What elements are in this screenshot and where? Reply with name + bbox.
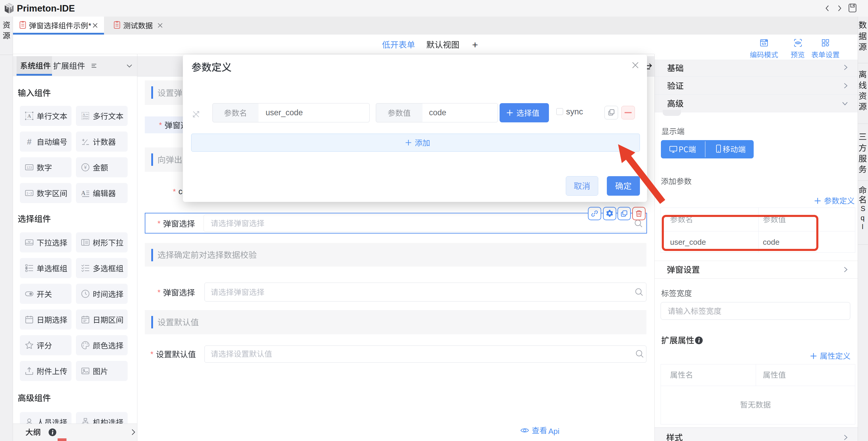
svg-text:1~3: 1~3 [27, 192, 32, 195]
svg-text:#: # [27, 137, 32, 146]
svg-text:¥: ¥ [84, 165, 87, 170]
svg-text:A: A [28, 113, 31, 119]
svg-text:A: A [83, 113, 85, 116]
svg-text:123: 123 [27, 166, 32, 169]
svg-text:A: A [81, 190, 86, 196]
